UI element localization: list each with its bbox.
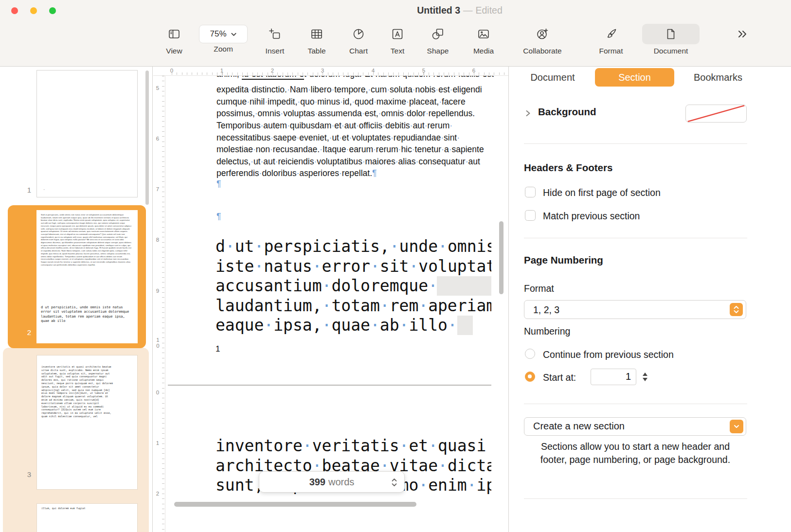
- text-icon: [391, 28, 404, 40]
- background-disclosure[interactable]: [525, 108, 531, 120]
- page-numbering-heading: Page Numbering: [524, 254, 603, 266]
- start-at-label: Start at:: [543, 372, 576, 383]
- word-count-stepper[interactable]: [391, 476, 398, 491]
- inspector-panel: Document Section Bookmarks Background He…: [508, 67, 791, 532]
- page-number-label: 2: [18, 328, 31, 337]
- text-line: inventore·veritatis·et·quasi: [216, 436, 491, 456]
- collaborate-label: Collaborate: [512, 47, 573, 55]
- text-line: delectus,·ut·aut·reiciendis·voluptatibus…: [216, 156, 491, 168]
- fullscreen-window-button[interactable]: [49, 7, 56, 14]
- numbering-group-label: Numbering: [524, 326, 570, 337]
- word-count-value: 399: [309, 477, 325, 488]
- no-fill-diagonal-icon: [686, 105, 746, 122]
- ruler-number: 0: [153, 390, 162, 395]
- chart-button[interactable]: Chart: [339, 23, 378, 55]
- divider: [524, 143, 747, 144]
- start-at-stepper[interactable]: [641, 370, 649, 384]
- page-thumbnail-1[interactable]: ': [36, 70, 138, 197]
- start-at-radio[interactable]: [525, 372, 535, 382]
- text-line: cumque·nihil·impedit,·quo·minus·id,·quod…: [216, 96, 491, 108]
- word-count-widget[interactable]: 399 words: [259, 471, 405, 493]
- underline-decoration: [242, 79, 304, 80]
- headers-footers-heading: Headers & Footers: [524, 162, 612, 174]
- tab-document[interactable]: Document: [528, 68, 577, 87]
- table-button[interactable]: Table: [297, 23, 336, 55]
- continue-numbering-radio[interactable]: [525, 349, 535, 359]
- window-title: Untitled 3—Edited: [311, 5, 608, 16]
- create-section-label: Create a new section: [533, 421, 625, 432]
- ruler-number: 2: [153, 491, 162, 497]
- ruler-number: 6: [153, 136, 162, 142]
- ruler-number: 2: [271, 68, 274, 73]
- titlebar-toolbar: Untitled 3—Edited View 75% Zoom Insert T…: [0, 0, 791, 67]
- insert-button[interactable]: Insert: [255, 23, 294, 55]
- text-line: molestiae·non·recusandae.·Itaque·earum·r…: [216, 143, 491, 156]
- close-window-button[interactable]: [11, 7, 18, 14]
- text-line: d·ut·perspiciatis,·unde·omnis: [216, 237, 491, 257]
- number-format-select[interactable]: 1, 2, 3: [524, 300, 746, 319]
- ruler-ticks: [162, 76, 164, 532]
- page-thumbnail-3[interactable]: inventore veritatis et quasi architecto …: [36, 355, 138, 490]
- text-button[interactable]: Text: [378, 23, 417, 55]
- match-previous-checkbox[interactable]: [525, 210, 536, 221]
- zoom-label: Zoom: [197, 45, 250, 53]
- document-horizontal-scrollbar[interactable]: [174, 502, 416, 507]
- zoom-select[interactable]: 75%: [199, 25, 248, 43]
- background-no-fill-swatch[interactable]: [685, 105, 747, 123]
- horizontal-ruler[interactable]: 0 1 2 3 4 5 6: [153, 67, 508, 76]
- create-section-dropdown[interactable]: [730, 420, 743, 433]
- paragraph-block: expedita·distinctio.·Nam·libero·tempore,…: [216, 84, 491, 179]
- view-label: View: [155, 47, 194, 55]
- page-thumbnail-4[interactable]: illum, qui dolorem eum fugiat: [36, 503, 138, 532]
- document-label: Document: [642, 47, 700, 55]
- text-line: iste·natus·error·sit·voluptatem: [216, 257, 491, 277]
- word-count-label: words: [328, 477, 354, 488]
- format-icon: [605, 28, 617, 40]
- create-section-button[interactable]: Create a new section: [524, 417, 746, 436]
- select-stepper-button[interactable]: [730, 303, 743, 316]
- text-line: accusantium·doloremque·: [216, 276, 491, 296]
- section-help-text: Sections allow you to start a new header…: [538, 440, 733, 466]
- text-line: possimus,·omnis·voluptas·assumenda·est,·…: [216, 107, 491, 120]
- insert-label: Insert: [255, 47, 294, 55]
- match-previous-label: Match previous section: [543, 211, 640, 222]
- sidebar-scrollbar[interactable]: [145, 71, 149, 205]
- start-at-input[interactable]: 1: [591, 369, 636, 385]
- divider: [524, 498, 747, 499]
- ruler-number: 9: [153, 288, 162, 294]
- tab-section[interactable]: Section: [595, 68, 674, 87]
- vertical-ruler[interactable]: 5 6 7 8 9 10 0 1 2: [153, 76, 165, 532]
- view-button[interactable]: View: [155, 23, 194, 55]
- collaborate-button[interactable]: Collaborate: [512, 23, 573, 55]
- page-thumbnail-2[interactable]: Sed ut perspiciatis, unde omnis iste nat…: [36, 210, 138, 343]
- insert-icon: [269, 28, 281, 40]
- text-line: laudantium,·totam·rem·aperiam: [216, 296, 491, 316]
- document-panel-button[interactable]: Document: [642, 23, 700, 55]
- pages-window: Untitled 3—Edited View 75% Zoom Insert T…: [0, 0, 791, 532]
- text-line: Temporibus·autem·quibusdam·et·aut·offici…: [216, 120, 491, 132]
- table-icon: [310, 28, 323, 40]
- shape-button[interactable]: Shape: [418, 23, 457, 55]
- thumbnail-text: illum, qui dolorem eum fugiat: [41, 507, 133, 510]
- page-thumbnails-sidebar: ' Sed ut perspiciatis, unde omnis iste n…: [0, 67, 153, 532]
- chevron-down-icon: [733, 423, 740, 430]
- minimize-window-button[interactable]: [30, 7, 37, 14]
- document-title: Untitled 3: [417, 5, 460, 16]
- format-label: Format: [591, 47, 631, 55]
- hide-first-page-checkbox[interactable]: [525, 187, 536, 197]
- document-vertical-scrollbar[interactable]: [499, 221, 503, 294]
- stepper-up-icon: [643, 372, 647, 376]
- ruler-number: 8: [153, 237, 162, 243]
- pilcrow-mark: ¶: [216, 212, 221, 222]
- format-button[interactable]: Format: [591, 23, 631, 55]
- tab-bookmarks[interactable]: Bookmarks: [689, 68, 747, 87]
- ruler-number: 5: [153, 85, 162, 91]
- thumbnail-text: Sed ut perspiciatis, unde omnis iste nat…: [41, 213, 133, 266]
- chart-icon: [352, 28, 365, 40]
- media-icon: [477, 28, 490, 40]
- toolbar-overflow-button[interactable]: [737, 28, 748, 42]
- document-page[interactable]: animi,·id·est·laborum·et·dolorum·fuga.·E…: [165, 76, 494, 532]
- shape-label: Shape: [418, 47, 457, 55]
- media-button[interactable]: Media: [464, 23, 503, 55]
- thumbnail-text: ': [44, 189, 44, 192]
